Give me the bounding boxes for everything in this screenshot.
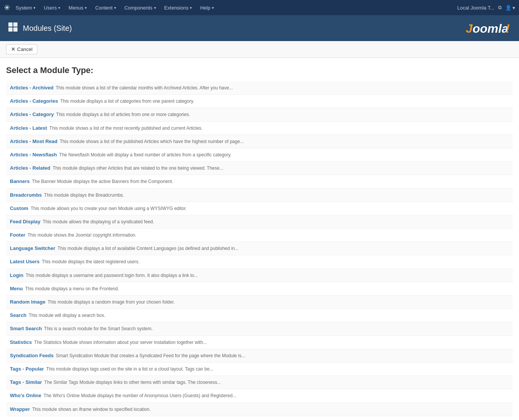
module-list-item[interactable]: Smart SearchThis is a search module for … bbox=[6, 322, 513, 336]
nav-item-help[interactable]: Help▾ bbox=[196, 0, 218, 15]
module-name: Login bbox=[10, 272, 23, 279]
module-list-item[interactable]: Articles - Most ReadThis module shows a … bbox=[6, 135, 513, 148]
module-name: Custom bbox=[10, 205, 28, 212]
module-name: Tags - Popular bbox=[10, 366, 44, 372]
svg-rect-1 bbox=[13, 22, 18, 27]
nav-label-menus: Menus bbox=[68, 5, 83, 11]
module-name: Articles - Archived bbox=[10, 84, 53, 91]
nav-label-extensions: Extensions bbox=[164, 5, 189, 11]
module-name: Breadcrumbs bbox=[10, 192, 42, 199]
module-list-item[interactable]: StatisticsThe Statistics Module shows in… bbox=[6, 336, 513, 349]
module-description: This module shows an iframe window to sp… bbox=[32, 406, 151, 413]
module-name: Latest Users bbox=[10, 258, 40, 265]
module-list-item[interactable]: Latest UsersThis module displays the lat… bbox=[6, 255, 513, 269]
nav-item-menus[interactable]: Menus▾ bbox=[65, 0, 91, 15]
module-list-item[interactable]: FooterThis module shows the Joomla! copy… bbox=[6, 229, 513, 242]
module-name: Articles - Newsflash bbox=[10, 151, 57, 158]
module-description: This module shows a list of the most rec… bbox=[49, 125, 203, 132]
nav-menu: System▾Users▾Menus▾Content▾Components▾Ex… bbox=[12, 0, 218, 15]
nav-caret-users-icon: ▾ bbox=[58, 6, 60, 10]
svg-text:!: ! bbox=[506, 22, 510, 35]
module-name: Articles - Related bbox=[10, 165, 50, 172]
site-label: Local Joomla T... bbox=[457, 5, 494, 11]
nav-caret-system-icon: ▾ bbox=[33, 6, 35, 10]
module-list-item[interactable]: Articles - LatestThis module shows a lis… bbox=[6, 122, 513, 135]
nav-label-content: Content bbox=[95, 5, 113, 11]
nav-label-system: System bbox=[16, 5, 32, 11]
page-header-left: Modules (Site) bbox=[8, 22, 72, 35]
module-list-item[interactable]: SearchThis module will display a search … bbox=[6, 309, 513, 322]
module-description: This module shows a list of the calendar… bbox=[56, 85, 233, 91]
module-description: This module shows the Joomla! copyright … bbox=[27, 232, 136, 239]
nav-item-system[interactable]: System▾ bbox=[12, 0, 39, 15]
nav-item-users[interactable]: Users▾ bbox=[40, 0, 64, 15]
nav-caret-help-icon: ▾ bbox=[212, 6, 214, 10]
module-list-item[interactable]: Syndication FeedsSmart Syndication Modul… bbox=[6, 349, 513, 363]
module-name: Smart Search bbox=[10, 325, 42, 332]
svg-text:oomla: oomla bbox=[473, 22, 508, 35]
module-list-item[interactable]: Articles - ArchivedThis module shows a l… bbox=[6, 81, 513, 95]
module-list-item[interactable]: BreadcrumbsThis module displays the Brea… bbox=[6, 189, 513, 202]
nav-label-help: Help bbox=[200, 5, 210, 11]
modules-icon bbox=[8, 22, 18, 35]
module-list-item[interactable]: Articles - CategoryThis module displays … bbox=[6, 108, 513, 121]
nav-item-extensions[interactable]: Extensions▾ bbox=[161, 0, 196, 15]
cancel-label: Cancel bbox=[17, 46, 32, 52]
joomla-logo: J oomla ! bbox=[466, 20, 511, 37]
module-description: This module displays the latest register… bbox=[42, 259, 140, 265]
module-description: This module shows a list of the publishe… bbox=[60, 138, 244, 145]
module-name: Articles - Category bbox=[10, 111, 54, 118]
module-description: This module displays a list of categorie… bbox=[60, 98, 194, 105]
module-list-item[interactable]: Tags - SimilarThe Similar Tags Module di… bbox=[6, 376, 513, 389]
user-icon: 👤 bbox=[505, 5, 511, 11]
module-description: This module displays a list of available… bbox=[57, 245, 239, 252]
module-list-item[interactable]: Tags - PopularThis module displays tags … bbox=[6, 363, 513, 376]
module-name: Wrapper bbox=[10, 406, 30, 413]
joomla-brand[interactable]: ✳ bbox=[4, 3, 10, 12]
external-link-icon[interactable]: ⧉ bbox=[498, 5, 501, 11]
nav-caret-menus-icon: ▾ bbox=[85, 6, 87, 10]
svg-rect-2 bbox=[8, 27, 13, 32]
module-description: This module displays tags used on the si… bbox=[46, 366, 213, 372]
svg-rect-0 bbox=[8, 22, 13, 27]
module-description: This module displays a menu on the Front… bbox=[25, 286, 119, 292]
module-name: Banners bbox=[10, 178, 30, 185]
nav-caret-components-icon: ▾ bbox=[154, 6, 156, 10]
module-list-item[interactable]: Feed DisplayThis module allows the displ… bbox=[6, 215, 513, 229]
module-list-item[interactable]: BannersThe Banner Module displays the ac… bbox=[6, 175, 513, 188]
svg-rect-3 bbox=[13, 27, 18, 32]
cancel-button[interactable]: ✕ Cancel bbox=[6, 44, 37, 54]
module-description: The Newsflash Module will display a fixe… bbox=[59, 152, 232, 158]
module-list: Articles - ArchivedThis module shows a l… bbox=[6, 81, 513, 416]
module-list-item[interactable]: WrapperThis module shows an iframe windo… bbox=[6, 403, 513, 416]
module-name: Articles - Latest bbox=[10, 125, 47, 132]
nav-item-components[interactable]: Components▾ bbox=[121, 0, 160, 15]
module-name: Search bbox=[10, 312, 26, 319]
module-description: This module displays the Breadcrumbs. bbox=[44, 192, 124, 199]
module-list-item[interactable]: MenuThis module displays a menu on the F… bbox=[6, 282, 513, 296]
module-list-item[interactable]: Articles - CategoriesThis module display… bbox=[6, 95, 513, 108]
module-list-item[interactable]: LoginThis module displays a username and… bbox=[6, 269, 513, 282]
nav-caret-content-icon: ▾ bbox=[114, 6, 116, 10]
module-list-item[interactable]: Who's OnlineThe Who's Online Module disp… bbox=[6, 389, 513, 402]
svg-text:J: J bbox=[466, 22, 473, 35]
module-name: Who's Online bbox=[10, 392, 41, 399]
top-navbar: ✳ System▾Users▾Menus▾Content▾Components▾… bbox=[0, 0, 519, 15]
toolbar: ✕ Cancel bbox=[0, 41, 519, 58]
module-list-item[interactable]: CustomThis module allows you to create y… bbox=[6, 202, 513, 215]
main-content: Select a Module Type: Articles - Archive… bbox=[0, 58, 519, 420]
page-header: Modules (Site) J oomla ! bbox=[0, 15, 519, 41]
user-dropdown[interactable]: 👤 ▾ bbox=[505, 5, 515, 11]
module-list-item[interactable]: Articles - NewsflashThe Newsflash Module… bbox=[6, 148, 513, 162]
page-title: Modules (Site) bbox=[23, 24, 72, 33]
module-name: Menu bbox=[10, 285, 23, 292]
module-name: Feed Display bbox=[10, 218, 40, 225]
module-description: This module allows the displaying of a s… bbox=[43, 219, 154, 225]
module-list-item[interactable]: Articles - RelatedThis module displays o… bbox=[6, 162, 513, 175]
module-list-item[interactable]: Random ImageThis module displays a rando… bbox=[6, 296, 513, 309]
module-list-item[interactable]: Language SwitcherThis module displays a … bbox=[6, 242, 513, 255]
nav-label-users: Users bbox=[44, 5, 57, 11]
module-description: The Who's Online Module displays the num… bbox=[44, 393, 237, 399]
nav-item-content[interactable]: Content▾ bbox=[91, 0, 120, 15]
navbar-right: Local Joomla T... ⧉ 👤 ▾ bbox=[457, 5, 515, 11]
